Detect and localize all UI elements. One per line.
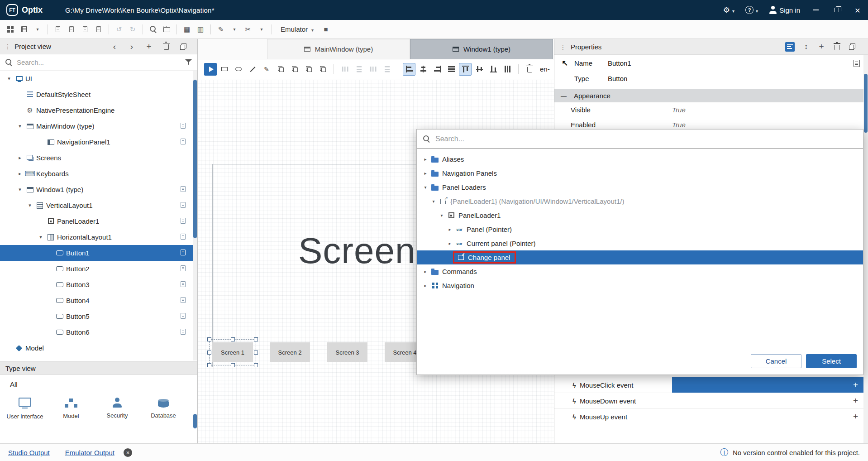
chevron-expanded-icon[interactable]: ▾ [36, 234, 45, 240]
popup-item-current-panel-pointer[interactable]: ▸Current panel (Pointer) [417, 236, 863, 250]
selection-handle[interactable] [207, 351, 211, 355]
category-database[interactable]: Database [141, 398, 186, 420]
properties-view-button[interactable] [785, 42, 795, 52]
delete-button[interactable] [523, 63, 536, 76]
tree-item-nativepresentationengine[interactable]: NativePresentationEngine [0, 102, 197, 118]
event-value-cell[interactable] [672, 409, 863, 424]
popup-item-panelloader1[interactable]: ▾PanelLoader1 [417, 208, 863, 222]
delete-property-button[interactable] [833, 43, 841, 51]
send-backward-button[interactable] [316, 63, 329, 76]
properties-scrollbar[interactable] [863, 55, 868, 443]
duplicate-button[interactable] [288, 63, 301, 76]
property-value[interactable]: True [672, 106, 686, 114]
property-value[interactable]: True [672, 121, 686, 129]
popup-search-input[interactable] [435, 135, 857, 143]
close-output-button[interactable] [124, 448, 132, 457]
category-user-interface[interactable]: User interface [3, 398, 47, 420]
language-dropdown[interactable]: en- [540, 65, 550, 73]
tree-item-model[interactable]: Model [0, 340, 197, 356]
minimize-button[interactable] [806, 0, 826, 20]
tree-item-keyboards[interactable]: ▸Keyboards [0, 166, 197, 182]
chevron-collapsed-icon[interactable]: ▸ [421, 269, 429, 274]
appearance-section-header[interactable]: Appearance [554, 89, 868, 102]
chevron-expanded-icon[interactable]: ▾ [429, 199, 438, 204]
play-button[interactable] [204, 63, 217, 76]
emulator-output-tab[interactable]: Emulator Output [65, 449, 114, 456]
selection-handle[interactable] [231, 337, 235, 341]
sign-in-button[interactable]: Sign in [763, 0, 806, 20]
tree-item-window1-type[interactable]: ▾Window1 (type) [0, 182, 197, 197]
line-button[interactable] [246, 63, 259, 76]
rectangle-button[interactable] [218, 63, 231, 76]
popup-item-change-panel[interactable]: Change panel [417, 250, 863, 264]
space-horizontal-button[interactable] [339, 63, 351, 76]
chevron-collapsed-icon[interactable]: ▸ [421, 283, 429, 288]
filter-icon[interactable] [185, 59, 192, 65]
add-handler-button[interactable] [853, 396, 858, 406]
add-property-button[interactable] [817, 43, 825, 51]
tree-item-button6[interactable]: Button6 [0, 324, 197, 340]
ellipse-button[interactable] [232, 63, 245, 76]
navigate-back-button[interactable] [110, 43, 119, 51]
tree-item-panelloader1[interactable]: PanelLoader1 [0, 213, 197, 229]
chevron-down-button[interactable]: ▾ [228, 23, 241, 36]
sync-button[interactable] [78, 23, 92, 36]
bring-forward-button[interactable] [302, 63, 315, 76]
align-top-button[interactable] [459, 63, 472, 76]
studio-output-tab[interactable]: Studio Output [8, 449, 50, 456]
project-tree-scrollbar[interactable] [193, 71, 197, 360]
chevron-collapsed-icon[interactable]: ▸ [421, 171, 429, 176]
chevron-expanded-icon[interactable]: ▾ [421, 185, 429, 190]
distribute-vertical-button[interactable] [381, 63, 393, 76]
event-row-mousedown-event[interactable]: MouseDown event [554, 393, 868, 408]
popup-item-navigation[interactable]: ▸Navigation [417, 279, 863, 293]
undo-button[interactable]: ↺ [112, 23, 126, 36]
align-justify-button[interactable] [445, 63, 458, 76]
chevron-collapsed-icon[interactable]: ▸ [446, 227, 454, 232]
add-item-button[interactable] [145, 43, 153, 51]
event-value-cell[interactable] [672, 393, 863, 408]
category-model[interactable]: Model [49, 398, 93, 420]
grid-view-button[interactable]: ▦ [180, 23, 194, 36]
name-value[interactable]: Button1 [608, 59, 631, 67]
add-handler-button[interactable] [853, 380, 858, 390]
selection-handle[interactable] [231, 363, 235, 367]
maximize-button[interactable] [826, 0, 847, 20]
tree-item-screens[interactable]: ▸Screens [0, 150, 197, 166]
cancel-button[interactable]: Cancel [751, 354, 801, 368]
stop-button[interactable]: ■ [319, 23, 333, 36]
popup-item-navigation-panels[interactable]: ▸Navigation Panels [417, 166, 863, 180]
selection-handle[interactable] [207, 363, 211, 367]
popup-item-aliases[interactable]: ▸Aliases [417, 152, 863, 166]
tree-item-button1[interactable]: Button1 [0, 245, 197, 261]
chevron-expanded-icon[interactable]: ▾ [25, 202, 34, 208]
chevron-down-button[interactable]: ▾ [255, 23, 268, 36]
add-handler-button[interactable] [853, 412, 858, 422]
form-editor-icon[interactable] [854, 60, 860, 67]
column-view-button[interactable]: ▥ [194, 23, 207, 36]
duplicate-item-button[interactable] [179, 43, 187, 51]
export-page-button[interactable] [92, 23, 105, 36]
collapse-icon[interactable] [561, 92, 567, 100]
popup-item-panel-pointer[interactable]: ▸Panel (Pointer) [417, 222, 863, 236]
delete-item-button[interactable] [162, 43, 170, 51]
chevron-collapsed-icon[interactable]: ▸ [15, 155, 24, 161]
tree-item-defaultstylesheet[interactable]: DefaultStyleSheet [0, 86, 197, 102]
save-button[interactable] [17, 23, 31, 36]
property-row-visible[interactable]: Visible True [554, 102, 868, 117]
selection-handle[interactable] [254, 337, 258, 341]
popup-item-panel-loaders[interactable]: ▾Panel Loaders [417, 180, 863, 194]
tree-item-verticallayout1[interactable]: ▾VerticalLayout1 [0, 197, 197, 213]
chevron-collapsed-icon[interactable]: ▸ [421, 157, 429, 162]
align-bottom-button[interactable] [487, 63, 500, 76]
tree-item-navigationpanel1[interactable]: NavigationPanel1 [0, 134, 197, 150]
tree-item-button4[interactable]: Button4 [0, 293, 197, 308]
project-search-input[interactable] [17, 58, 181, 66]
chevron-down-button[interactable]: ▾ [31, 23, 44, 36]
pen-tool-button[interactable]: ✎ [214, 23, 228, 36]
selection-handle[interactable] [254, 351, 258, 355]
scrollbar-thumb[interactable] [193, 80, 197, 238]
screen-button-3[interactable]: Screen 3 [327, 342, 367, 362]
event-row-mouseup-event[interactable]: MouseUp event [554, 408, 868, 424]
selection-rect[interactable] [209, 339, 256, 365]
